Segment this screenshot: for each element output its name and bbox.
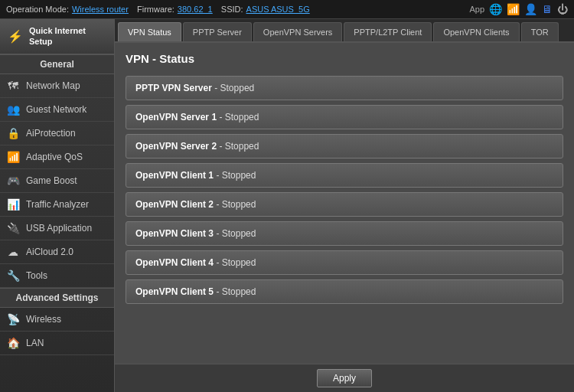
quick-setup-icon: ⚡: [8, 29, 23, 44]
vpn-item-openvpn-server-1: OpenVPN Server 1 - Stopped: [126, 105, 563, 129]
sidebar-item-usb-application[interactable]: 🔌 USB Application: [0, 217, 114, 240]
sidebar-item-wireless[interactable]: 📡 Wireless: [0, 308, 114, 332]
tab-vpn-status[interactable]: VPN Status: [118, 22, 181, 41]
monitor-icon[interactable]: 🖥: [542, 3, 553, 15]
sidebar-item-guest-network[interactable]: 👥 Guest Network: [0, 98, 114, 122]
vpn-item-label: OpenVPN Client 5: [135, 286, 214, 297]
quick-setup-label: Quick Internet Setup: [29, 25, 106, 47]
game-boost-icon: 🎮: [6, 175, 20, 187]
lan-icon: 🏠: [6, 337, 20, 349]
sidebar-item-game-boost[interactable]: 🎮 Game Boost: [0, 169, 114, 193]
vpn-item-status: - Stopped: [214, 83, 254, 93]
bottom-bar: Apply: [115, 364, 574, 392]
vpn-item-pptp-server: PPTP VPN Server - Stopped: [126, 76, 563, 100]
vpn-item-openvpn-client-2: OpenVPN Client 2 - Stopped: [126, 192, 563, 217]
tools-icon: 🔧: [6, 270, 20, 282]
vpn-item-status: - Stopped: [216, 286, 256, 297]
top-bar: Operation Mode: Wireless router Firmware…: [0, 0, 574, 19]
apply-button[interactable]: Apply: [317, 369, 372, 387]
operation-mode-label: Operation Mode:: [6, 5, 69, 14]
tab-tor[interactable]: TOR: [521, 22, 559, 41]
aicloud-label: AiCloud 2.0: [26, 247, 73, 257]
quick-setup-button[interactable]: ⚡ Quick Internet Setup: [0, 19, 114, 54]
guest-network-label: Guest Network: [26, 104, 86, 115]
tools-label: Tools: [26, 270, 47, 281]
guest-network-icon: 👥: [6, 103, 20, 116]
sidebar: ⚡ Quick Internet Setup General 🗺 Network…: [0, 19, 115, 392]
traffic-analyzer-icon: 📊: [6, 198, 20, 211]
tab-openvpn-clients[interactable]: OpenVPN Clients: [433, 22, 519, 41]
vpn-item-openvpn-client-4: OpenVPN Client 4 - Stopped: [126, 250, 563, 275]
vpn-item-status: - Stopped: [216, 228, 256, 239]
vpn-item-status: - Stopped: [216, 257, 256, 268]
vpn-item-status: - Stopped: [219, 141, 259, 152]
tab-openvpn-servers[interactable]: OpenVPN Servers: [253, 22, 342, 41]
sidebar-item-adaptive-qos[interactable]: 📶 Adaptive QoS: [0, 145, 114, 169]
page-title: VPN - Status: [126, 52, 563, 65]
vpn-item-label: PPTP VPN Server: [135, 83, 212, 93]
wireless-label: Wireless: [26, 314, 61, 325]
tab-pptp-server[interactable]: PPTP Server: [183, 22, 252, 41]
aiprotection-icon: 🔒: [6, 127, 20, 139]
aiprotection-label: AiProtection: [26, 128, 76, 139]
vpn-item-status: - Stopped: [216, 170, 256, 181]
top-bar-info: Operation Mode: Wireless router Firmware…: [6, 5, 310, 14]
ssid-values[interactable]: ASUS ASUS_5G: [246, 5, 310, 14]
power-icon[interactable]: ⏻: [557, 3, 568, 15]
sidebar-item-traffic-analyzer[interactable]: 📊 Traffic Analyzer: [0, 193, 114, 217]
game-boost-label: Game Boost: [26, 175, 77, 186]
top-bar-controls: App 🌐 📶 👤 🖥 ⏻: [469, 3, 568, 15]
globe-icon[interactable]: 🌐: [489, 3, 502, 15]
content-body: VPN - Status PPTP VPN Server - Stopped O…: [115, 43, 574, 364]
tab-bar: VPN Status PPTP Server OpenVPN Servers P…: [115, 19, 574, 43]
vpn-item-openvpn-client-3: OpenVPN Client 3 - Stopped: [126, 221, 563, 246]
vpn-item-status: - Stopped: [216, 199, 256, 210]
sidebar-item-network-map[interactable]: 🗺 Network Map: [0, 74, 114, 98]
main-layout: ⚡ Quick Internet Setup General 🗺 Network…: [0, 19, 574, 392]
lan-label: LAN: [26, 338, 44, 348]
advanced-section-title: Advanced Settings: [0, 288, 114, 308]
tab-pptp-l2tp-client[interactable]: PPTP/L2TP Client: [344, 22, 432, 41]
vpn-item-label: OpenVPN Client 2: [135, 199, 214, 210]
firmware-label: Firmware:: [137, 5, 174, 14]
wireless-icon: 📡: [6, 313, 20, 325]
general-section-title: General: [0, 54, 114, 74]
network-map-icon: 🗺: [6, 80, 20, 92]
vpn-item-label: OpenVPN Server 1: [135, 112, 217, 122]
vpn-item-openvpn-server-2: OpenVPN Server 2 - Stopped: [126, 134, 563, 158]
vpn-item-status: - Stopped: [219, 112, 259, 122]
sidebar-item-aicloud[interactable]: ☁ AiCloud 2.0: [0, 240, 114, 264]
operation-mode-value[interactable]: Wireless router: [72, 5, 129, 14]
app-label: App: [469, 5, 484, 14]
firmware-value[interactable]: 380.62_1: [178, 5, 213, 14]
user-icon[interactable]: 👤: [524, 3, 537, 15]
vpn-item-label: OpenVPN Client 1: [135, 170, 214, 181]
traffic-analyzer-label: Traffic Analyzer: [26, 199, 89, 210]
vpn-item-openvpn-client-5: OpenVPN Client 5 - Stopped: [126, 279, 563, 304]
vpn-item-label: OpenVPN Server 2: [135, 141, 217, 152]
sidebar-item-aiprotection[interactable]: 🔒 AiProtection: [0, 122, 114, 145]
usb-application-label: USB Application: [26, 223, 92, 234]
ssid-label: SSID:: [221, 5, 243, 14]
usb-application-icon: 🔌: [6, 222, 20, 234]
aicloud-icon: ☁: [6, 246, 20, 258]
network-map-label: Network Map: [26, 80, 80, 91]
wifi-icon[interactable]: 📶: [507, 3, 520, 15]
vpn-item-openvpn-client-1: OpenVPN Client 1 - Stopped: [126, 163, 563, 188]
sidebar-item-tools[interactable]: 🔧 Tools: [0, 264, 114, 288]
adaptive-qos-label: Adaptive QoS: [26, 152, 83, 162]
sidebar-item-lan[interactable]: 🏠 LAN: [0, 332, 114, 355]
adaptive-qos-icon: 📶: [6, 151, 20, 163]
vpn-item-label: OpenVPN Client 4: [135, 257, 214, 268]
vpn-item-label: OpenVPN Client 3: [135, 228, 214, 239]
content-area: VPN Status PPTP Server OpenVPN Servers P…: [115, 19, 574, 392]
